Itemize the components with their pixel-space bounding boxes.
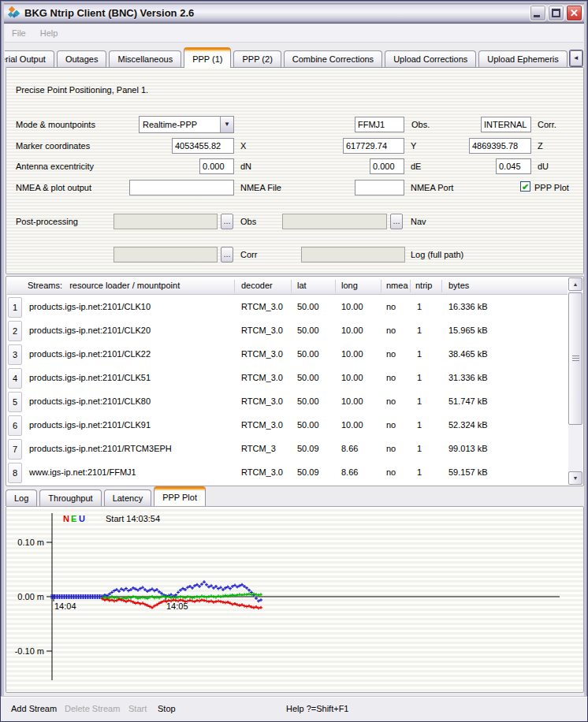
- marker-x-input[interactable]: [172, 138, 234, 154]
- stream-row[interactable]: 5products.igs-ip.net:2101/CLK80RTCM_3.05…: [7, 390, 568, 414]
- tab-upload-ephemeris[interactable]: Upload Ephemeris: [478, 50, 568, 68]
- scrollbar-thumb[interactable]: [568, 292, 582, 425]
- tab-combine-corrections[interactable]: Combine Corrections: [284, 50, 382, 68]
- tab-scroll-left-icon[interactable]: ◄: [570, 50, 582, 66]
- output-tab-strip: LogThroughputLatencyPPP Plot: [6, 486, 583, 506]
- cell-nmea: no: [386, 373, 396, 382]
- row-number[interactable]: 3: [8, 344, 22, 365]
- cell-lat: 50.09: [297, 467, 319, 477]
- nmea-file-input[interactable]: [129, 180, 234, 195]
- divider: [291, 280, 292, 292]
- cell-long: 10.00: [341, 420, 363, 430]
- post-obs-browse-button[interactable]: ...: [221, 214, 233, 229]
- post-corr-label: Corr: [240, 250, 257, 259]
- row-number[interactable]: 4: [8, 368, 22, 389]
- stream-row[interactable]: 1products.igs-ip.net:2101/CLK10RTCM_3.05…: [7, 296, 568, 319]
- tab-latency[interactable]: Latency: [104, 489, 152, 506]
- cell-long: 10.00: [341, 349, 363, 359]
- stop-button[interactable]: Stop: [158, 704, 176, 713]
- header-mountpoint: Streams: resource loader / mountpoint: [28, 281, 180, 290]
- help-shortcut-label: Help ?=Shift+F1: [286, 704, 349, 713]
- delete-stream-button[interactable]: Delete Stream: [65, 704, 120, 713]
- dn-input[interactable]: [199, 158, 234, 174]
- add-stream-button[interactable]: Add Stream: [11, 704, 57, 713]
- ppp-plot-label: PPP Plot: [534, 183, 569, 192]
- row-number[interactable]: 8: [8, 463, 22, 483]
- dn-label: dN: [240, 162, 251, 171]
- post-obs-label: Obs: [240, 217, 256, 226]
- svg-text:-0.10 m: -0.10 m: [15, 646, 44, 656]
- title-bar[interactable]: BKG Ntrip Client (BNC) Version 2.6 ✕: [4, 3, 584, 24]
- stream-row[interactable]: 2products.igs-ip.net:2101/CLK20RTCM_3.05…: [7, 319, 568, 343]
- row-number[interactable]: 6: [8, 415, 22, 436]
- action-bar: Add Stream Delete Stream Start Stop Help…: [1, 696, 587, 721]
- tab-miscellaneous[interactable]: Miscellaneous: [109, 50, 181, 68]
- stream-row[interactable]: 8www.igs-ip.net:2101/FFMJ1RTCM_3.050.098…: [7, 461, 568, 485]
- row-number[interactable]: 7: [8, 439, 22, 460]
- header-ntrip: ntrip: [415, 281, 432, 290]
- vertical-scrollbar[interactable]: ▲ ▼: [568, 277, 582, 485]
- nmea-port-input[interactable]: [355, 180, 404, 195]
- du-input[interactable]: [496, 158, 531, 174]
- post-nav-browse-button[interactable]: ...: [390, 214, 403, 229]
- row-number[interactable]: 1: [8, 297, 22, 318]
- tab-ppp-plot[interactable]: PPP Plot: [154, 486, 206, 506]
- tab-upload-corrections[interactable]: Upload Corrections: [385, 50, 476, 68]
- svg-text:E: E: [71, 514, 76, 523]
- cell-nmea: no: [386, 326, 396, 335]
- cell-long: 10.00: [341, 396, 363, 406]
- marker-y-input[interactable]: [343, 138, 404, 154]
- cell-long: 8.66: [341, 467, 358, 477]
- row-number[interactable]: 5: [8, 392, 22, 412]
- tab-erial-output[interactable]: erial Output: [5, 50, 54, 68]
- cell-ntrip: 1: [417, 444, 422, 453]
- close-button[interactable]: ✕: [566, 5, 582, 21]
- menu-file[interactable]: File: [5, 28, 33, 38]
- post-log-label: Log (full path): [411, 250, 463, 259]
- de-input[interactable]: [370, 158, 404, 174]
- ppp-plot-panel: 0.10 m0.00 m-0.10 m14:0414:05NEUStart 14…: [6, 506, 584, 693]
- post-processing-label: Post-processing: [16, 217, 78, 226]
- close-icon: ✕: [567, 6, 582, 20]
- mode-combobox[interactable]: Realtime-PPP ▼: [139, 116, 234, 133]
- post-obs-input[interactable]: [114, 214, 218, 229]
- stream-row[interactable]: 6products.igs-ip.net:2101/CLK91RTCM_3.05…: [7, 414, 568, 437]
- maximize-button[interactable]: [548, 5, 564, 21]
- stream-row[interactable]: 7products.igs-ip.net:2101/RTCM3EPHRTCM_3…: [7, 437, 568, 461]
- row-number[interactable]: 2: [8, 321, 22, 341]
- window-title: BKG Ntrip Client (BNC) Version 2.6: [24, 7, 194, 19]
- minimize-button[interactable]: [530, 5, 546, 21]
- post-corr-browse-button[interactable]: ...: [221, 247, 233, 262]
- cell-long: 10.00: [341, 302, 363, 311]
- marker-z-input[interactable]: [469, 138, 531, 154]
- chevron-down-icon: ▼: [220, 117, 233, 132]
- post-log-input[interactable]: [301, 247, 405, 262]
- minimize-icon: [534, 15, 540, 17]
- tab-ppp-1-[interactable]: PPP (1): [184, 47, 231, 68]
- tab-ppp-2-[interactable]: PPP (2): [233, 50, 281, 68]
- cell-bytes: 38.465 kB: [448, 349, 488, 359]
- tab-throughput[interactable]: Throughput: [39, 489, 101, 506]
- post-nav-input[interactable]: [282, 214, 387, 229]
- cell-decoder: RTCM_3.0: [241, 302, 283, 311]
- corr-mountpoint-input[interactable]: [481, 117, 531, 132]
- stream-row[interactable]: 3products.igs-ip.net:2101/CLK22RTCM_3.05…: [7, 343, 568, 367]
- menu-help[interactable]: Help: [33, 28, 65, 38]
- cell-mountpoint: products.igs-ip.net:2101/CLK51: [29, 373, 151, 382]
- stream-row[interactable]: 4products.igs-ip.net:2101/CLK51RTCM_3.05…: [7, 367, 568, 390]
- start-button[interactable]: Start: [128, 704, 147, 713]
- ppp-plot-checkbox[interactable]: ✔: [520, 181, 530, 192]
- cell-decoder: RTCM_3.0: [241, 396, 283, 406]
- post-corr-input[interactable]: [114, 247, 218, 262]
- main-tab-strip: erial OutputOutagesMiscellaneousPPP (1)P…: [5, 47, 583, 68]
- scroll-down-icon[interactable]: ▼: [568, 471, 582, 485]
- scroll-up-icon[interactable]: ▲: [568, 277, 582, 291]
- cell-mountpoint: www.igs-ip.net:2101/FFMJ1: [29, 467, 136, 477]
- x-label: X: [240, 141, 246, 151]
- streams-panel: Streams: resource loader / mountpoint de…: [6, 276, 584, 486]
- header-long: long: [341, 281, 358, 290]
- tab-outages[interactable]: Outages: [57, 50, 107, 68]
- obs-mountpoint-input[interactable]: [355, 117, 404, 132]
- divider: [381, 280, 381, 292]
- tab-log[interactable]: Log: [6, 489, 37, 506]
